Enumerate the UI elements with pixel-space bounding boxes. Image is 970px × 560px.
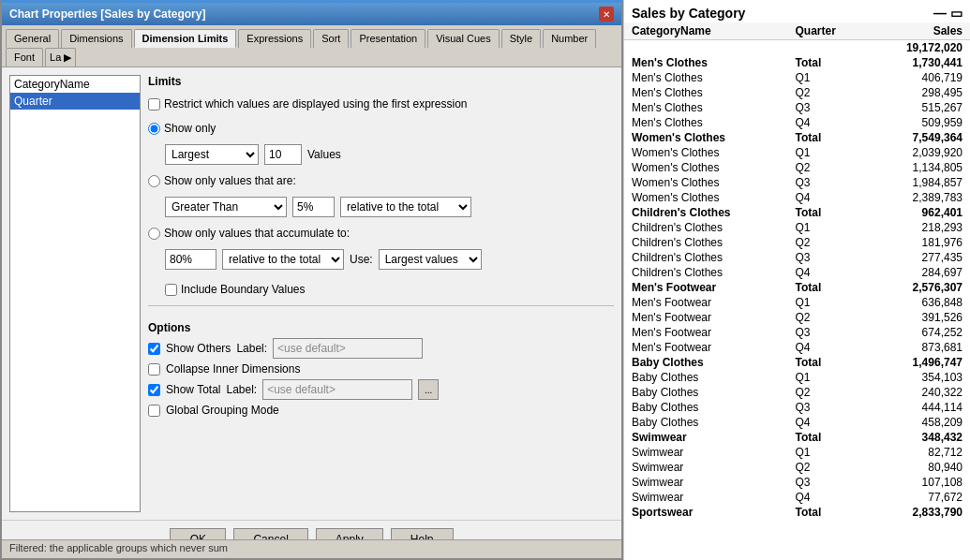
table-row: Women's ClothesQ31,984,857 xyxy=(624,175,970,190)
global-grouping-checkbox[interactable] xyxy=(148,405,160,417)
cell-quarter: Total xyxy=(788,205,868,220)
tab-number[interactable]: Number xyxy=(543,29,596,48)
cell-quarter: Q3 xyxy=(788,475,868,490)
cell-quarter: Total xyxy=(788,280,868,295)
tab-dimensions[interactable]: Dimensions xyxy=(61,29,131,48)
table-row: Men's FootwearQ3674,252 xyxy=(624,325,970,340)
tab-dimension-limits[interactable]: Dimension Limits xyxy=(134,29,237,48)
tab-expressions[interactable]: Expressions xyxy=(238,29,311,48)
cell-quarter: Q3 xyxy=(788,400,868,415)
cell-category: Children's Clothes xyxy=(624,250,788,265)
cell-sales: 515,267 xyxy=(868,100,970,115)
cell-quarter: Q3 xyxy=(788,175,868,190)
others-label-field[interactable]: <use default> xyxy=(273,338,423,359)
tab-more[interactable]: La ▶ xyxy=(45,48,76,66)
percent-input[interactable] xyxy=(292,197,335,217)
greater-than-row: Greater Than Less Than Greater or Equal … xyxy=(165,197,614,217)
restore-button[interactable]: ▭ xyxy=(950,7,963,20)
cell-quarter: Q4 xyxy=(788,490,868,505)
cell-category: Men's Clothes xyxy=(624,100,788,115)
accumulate-relative-select[interactable]: relative to the total relative to the ma… xyxy=(222,249,344,270)
boundary-label: Include Boundary Values xyxy=(181,283,306,296)
restrict-checkbox-row: Restrict which values are displayed usin… xyxy=(148,97,614,111)
close-button[interactable]: ✕ xyxy=(599,7,614,22)
accumulate-options-row: relative to the total relative to the ma… xyxy=(165,249,614,270)
tab-style[interactable]: Style xyxy=(501,29,541,48)
data-table: CategoryName Quarter Sales 19,172,020 Me… xyxy=(624,22,970,520)
tab-font[interactable]: Font xyxy=(6,48,43,66)
total-browse-button[interactable]: ... xyxy=(418,379,439,400)
list-item-categoryname[interactable]: CategoryName xyxy=(10,76,140,93)
table-row: Women's ClothesQ12,039,920 xyxy=(624,145,970,160)
cell-sales: 218,293 xyxy=(868,220,970,235)
cell-category: Sportswear xyxy=(624,505,788,520)
cell-sales: 962,401 xyxy=(868,205,970,220)
cell-sales: 1,730,441 xyxy=(868,55,970,70)
cell-category: Baby Clothes xyxy=(624,400,788,415)
largest-select[interactable]: Largest Smallest xyxy=(165,144,259,165)
table-row: Women's ClothesTotal7,549,364 xyxy=(624,130,970,145)
collapse-inner-label: Collapse Inner Dimensions xyxy=(166,362,300,376)
table-row: SportswearTotal2,833,790 xyxy=(624,505,970,520)
grand-total-value: 19,172,020 xyxy=(868,40,970,56)
cell-quarter: Q1 xyxy=(788,70,868,85)
show-others-checkbox[interactable] xyxy=(148,343,160,355)
show-others-row: Show Others Label: <use default> xyxy=(148,338,614,359)
cell-quarter: Q4 xyxy=(788,265,868,280)
cell-category: Women's Clothes xyxy=(624,190,788,205)
table-row: Men's ClothesQ2298,495 xyxy=(624,85,970,100)
limits-section-header: Limits xyxy=(148,75,614,88)
others-placeholder: <use default> xyxy=(277,342,346,355)
cell-quarter: Q1 xyxy=(788,220,868,235)
table-row: Men's ClothesTotal1,730,441 xyxy=(624,55,970,70)
cell-sales: 406,719 xyxy=(868,70,970,85)
show-only-values-radio[interactable] xyxy=(148,175,160,187)
boundary-checkbox[interactable] xyxy=(165,284,177,296)
accumulate-value-input[interactable] xyxy=(165,249,216,270)
use-label: Use: xyxy=(350,253,373,266)
tab-general[interactable]: General xyxy=(6,29,59,48)
table-row: Children's ClothesQ3277,435 xyxy=(624,250,970,265)
cell-sales: 298,495 xyxy=(868,85,970,100)
collapse-inner-row: Collapse Inner Dimensions xyxy=(148,362,614,376)
table-row: SwimwearQ477,672 xyxy=(624,490,970,505)
cell-quarter: Q2 xyxy=(788,310,868,325)
table-row: Baby ClothesTotal1,496,747 xyxy=(624,355,970,370)
cell-sales: 636,848 xyxy=(868,295,970,310)
cell-sales: 873,681 xyxy=(868,340,970,355)
tab-visual-cues[interactable]: Visual Cues xyxy=(427,29,500,48)
total-label-field[interactable]: <use default> xyxy=(262,379,412,400)
tab-presentation[interactable]: Presentation xyxy=(351,29,425,48)
table-row: SwimwearQ3107,108 xyxy=(624,475,970,490)
table-row: Baby ClothesQ1354,103 xyxy=(624,370,970,385)
cell-category: Baby Clothes xyxy=(624,355,788,370)
list-item-quarter[interactable]: Quarter xyxy=(10,93,140,110)
restrict-checkbox[interactable] xyxy=(148,98,160,111)
collapse-inner-checkbox[interactable] xyxy=(148,363,160,376)
table-row: Children's ClothesQ1218,293 xyxy=(624,220,970,235)
cell-quarter: Total xyxy=(788,355,868,370)
show-only-values-radio-row: Show only values that are: xyxy=(148,174,614,187)
cell-quarter: Q4 xyxy=(788,340,868,355)
relative-select[interactable]: relative to the total relative to the ma… xyxy=(340,197,471,217)
col-header-quarter: Quarter xyxy=(788,22,868,40)
cell-category: Swimwear xyxy=(624,430,788,445)
options-section-header: Options xyxy=(148,321,614,334)
cell-quarter: Q1 xyxy=(788,295,868,310)
show-total-checkbox[interactable] xyxy=(148,384,160,396)
cell-quarter: Total xyxy=(788,505,868,520)
accumulate-radio[interactable] xyxy=(148,228,160,240)
tab-sort[interactable]: Sort xyxy=(313,29,349,48)
cell-quarter: Q2 xyxy=(788,235,868,250)
values-count-input[interactable] xyxy=(264,144,302,165)
table-title: Sales by Category xyxy=(632,6,745,21)
cell-quarter: Total xyxy=(788,130,868,145)
cell-sales: 107,108 xyxy=(868,475,970,490)
table-row: Women's ClothesQ21,134,805 xyxy=(624,160,970,175)
minimize-button[interactable]: — xyxy=(933,7,947,20)
greater-than-select[interactable]: Greater Than Less Than Greater or Equal … xyxy=(165,197,287,217)
use-select[interactable]: Largest values Smallest values xyxy=(379,249,482,270)
cell-sales: 277,435 xyxy=(868,250,970,265)
show-only-radio[interactable] xyxy=(148,123,160,135)
cell-category: Men's Clothes xyxy=(624,70,788,85)
